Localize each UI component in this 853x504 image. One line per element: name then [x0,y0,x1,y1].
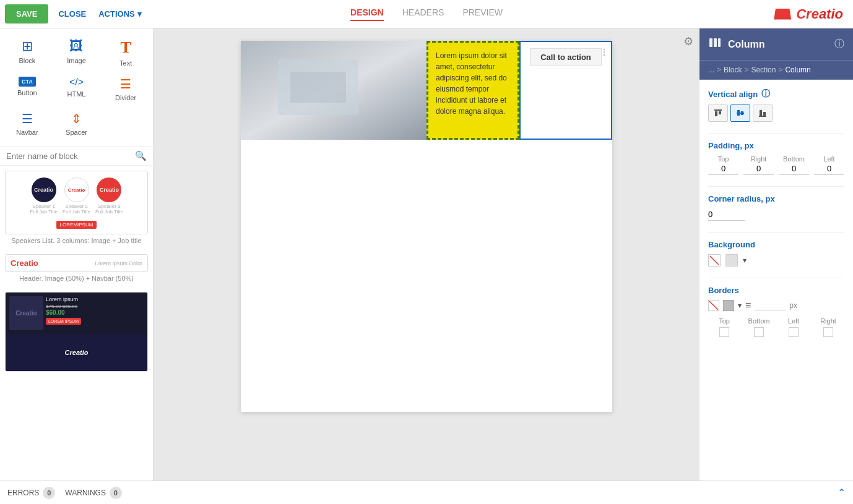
padding-left-input[interactable] [814,163,844,175]
breadcrumb-ellipsis[interactable]: ... [708,66,714,74]
save-button[interactable]: SAVE [5,4,48,23]
close-button[interactable]: CLOSE [58,9,86,19]
template-label: Header. Image (50%) + Navbar (50%) [5,275,148,282]
divider-line [708,186,844,187]
block-item-html[interactable]: </> HTML [52,72,102,106]
border-none-box[interactable] [708,300,719,311]
svg-rect-5 [718,38,721,47]
no-color-icon [709,255,720,266]
breadcrumb-column: Column [785,66,810,74]
left-sidebar: ⊞ Block 🖼 Image T Text CTA Button </> HT… [0,28,154,481]
list-item[interactable]: Creatio Lorem ipsum $75.00 $50.00 $60.00… [5,292,148,372]
avatar: Creatio [64,177,89,202]
border-px-label: px [789,301,797,310]
background-none-box[interactable] [708,254,721,267]
svg-rect-13 [760,110,762,116]
corner-radius-input[interactable] [708,208,745,221]
html-label: HTML [67,90,86,98]
template-preview-product: Creatio Lorem ipsum $75.00 $50.00 $60.00… [5,292,148,372]
gear-icon[interactable]: ⚙ [683,35,693,48]
border-bottom-label: Bottom [748,317,770,325]
background-label: Background [708,240,844,249]
border-style-icon[interactable]: ≡ [745,300,751,311]
more-options-icon[interactable]: ⋮ [600,47,608,57]
block-item-button[interactable]: CTA Button [2,72,52,106]
blocks-grid: ⊞ Block 🖼 Image T Text CTA Button </> HT… [0,28,153,147]
panel-body: Vertical align ⓘ [699,80,853,481]
canvas-toolbar: ⚙ [683,35,693,48]
padding-bottom-input[interactable] [779,163,809,175]
canvas-image-column[interactable] [241,41,426,140]
app-logo: Creatio [774,6,843,22]
svg-rect-10 [737,110,740,116]
block-label: Block [19,57,35,64]
color-dropdown-icon[interactable]: ▾ [743,256,747,265]
border-top-checkbox[interactable] [719,327,729,337]
border-top-label: Top [719,317,730,325]
border-width-input[interactable] [755,301,786,310]
border-right-checkbox[interactable] [823,327,833,337]
info-icon[interactable]: ⓘ [834,38,844,51]
breadcrumb-block[interactable]: Block [724,66,742,74]
borders-label: Borders [708,286,844,295]
errors-item: ERRORS 0 [7,487,55,499]
tab-preview[interactable]: PREVIEW [462,7,503,21]
block-item-text[interactable]: T Text [101,33,150,72]
header-logo: Creatio [11,258,38,268]
canvas-section: Lorem ipsum dolor sit amet, consectetur … [241,41,612,140]
button-label: Button [17,89,37,96]
errors-label: ERRORS [7,489,39,497]
block-item-spacer[interactable]: ⇕ Spacer [52,106,102,141]
border-bottom-checkbox[interactable] [754,327,764,337]
svg-rect-6 [714,109,722,111]
border-left-checkbox[interactable] [789,327,799,337]
canvas-area: ⚙ [154,28,699,481]
vertical-align-info-icon[interactable]: ⓘ [761,88,770,100]
svg-line-16 [709,301,718,310]
header-links: Lorem Ipsum Dolor [43,260,142,267]
search-input[interactable] [6,152,131,161]
border-side-bottom: Bottom [743,317,775,337]
html-icon: </> [69,77,84,88]
list-item[interactable]: Creatio Lorem Ipsum Dolor Header. Image … [5,254,148,282]
block-icon: ⊞ [22,38,33,54]
cta-button[interactable]: Call to action [530,48,602,66]
padding-top-input[interactable] [708,163,738,175]
columns-icon-svg [708,36,722,49]
align-middle-button[interactable] [730,105,750,122]
breadcrumb-section[interactable]: Section [751,66,776,74]
warnings-item: WARNINGS 0 [65,487,122,499]
align-bottom-icon [758,108,768,118]
list-item[interactable]: Creatio Speaker 1Full Job Title Creatio … [5,171,148,244]
text-label: Text [119,59,132,67]
canvas-text-column[interactable]: Lorem ipsum dolor sit amet, consectetur … [426,41,519,140]
block-item-divider[interactable]: ☰ Divider [101,72,150,106]
button-icon: CTA [19,77,36,87]
border-color-box[interactable] [723,300,734,311]
svg-rect-14 [763,112,766,116]
align-top-icon [713,108,723,118]
tab-headers[interactable]: HEADERS [402,7,444,21]
align-top-button[interactable] [708,105,728,122]
canvas-cta-column[interactable]: ⋮ Call to action [519,41,612,140]
block-item-image[interactable]: 🖼 Image [52,33,102,72]
tab-design[interactable]: DESIGN [350,7,384,21]
svg-rect-7 [715,111,717,116]
main-area: ⊞ Block 🖼 Image T Text CTA Button </> HT… [0,28,853,481]
template-preview-speakers: Creatio Speaker 1Full Job Title Creatio … [5,171,148,234]
product-image: Creatio [9,296,43,330]
image-label: Image [67,57,86,64]
divider-icon: ☰ [120,77,131,92]
actions-button[interactable]: ACTIONS ▾ [98,9,142,19]
background-color-box[interactable] [725,254,738,267]
block-item-block[interactable]: ⊞ Block [2,33,52,72]
templates-list: Creatio Speaker 1Full Job Title Creatio … [0,166,153,481]
svg-line-15 [710,256,719,265]
border-color-dropdown-icon[interactable]: ▾ [738,301,742,310]
align-bottom-button[interactable] [753,105,773,122]
search-icon[interactable]: 🔍 [135,150,147,161]
block-item-navbar[interactable]: ☰ Navbar [2,106,52,141]
warnings-label: WARNINGS [65,489,106,497]
chevron-up-icon[interactable]: ⌃ [838,487,846,498]
padding-right-input[interactable] [743,163,774,175]
